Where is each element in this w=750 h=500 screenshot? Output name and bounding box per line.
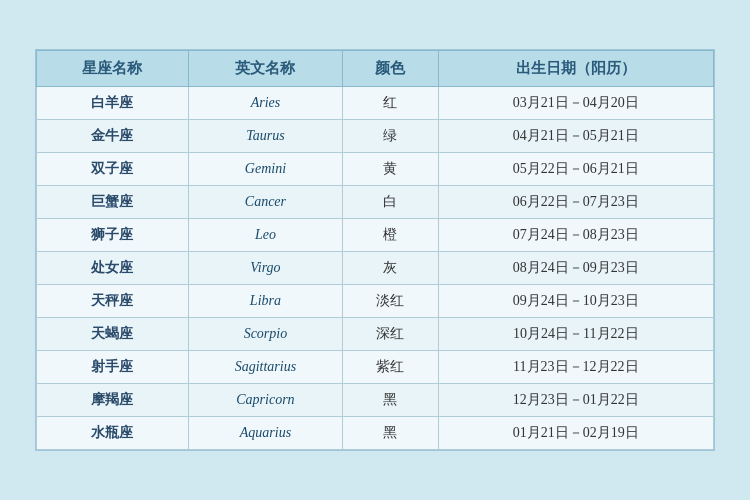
table-row: 水瓶座Aquarius黑01月21日－02月19日 <box>37 417 714 450</box>
cell-dates: 01月21日－02月19日 <box>438 417 713 450</box>
table-row: 狮子座Leo橙07月24日－08月23日 <box>37 219 714 252</box>
table-body: 白羊座Aries红03月21日－04月20日金牛座Taurus绿04月21日－0… <box>37 87 714 450</box>
cell-color: 黑 <box>343 417 439 450</box>
cell-chinese-name: 水瓶座 <box>37 417 189 450</box>
cell-dates: 05月22日－06月21日 <box>438 153 713 186</box>
header-color: 颜色 <box>343 51 439 87</box>
cell-color: 红 <box>343 87 439 120</box>
cell-dates: 11月23日－12月22日 <box>438 351 713 384</box>
table-row: 天蝎座Scorpio深红10月24日－11月22日 <box>37 318 714 351</box>
cell-color: 黑 <box>343 384 439 417</box>
cell-color: 绿 <box>343 120 439 153</box>
header-birthdate: 出生日期（阳历） <box>438 51 713 87</box>
header-chinese-name: 星座名称 <box>37 51 189 87</box>
header-english-name: 英文名称 <box>188 51 342 87</box>
cell-english-name: Aquarius <box>188 417 342 450</box>
cell-chinese-name: 狮子座 <box>37 219 189 252</box>
cell-dates: 09月24日－10月23日 <box>438 285 713 318</box>
cell-chinese-name: 天蝎座 <box>37 318 189 351</box>
cell-english-name: Leo <box>188 219 342 252</box>
cell-dates: 08月24日－09月23日 <box>438 252 713 285</box>
cell-color: 淡红 <box>343 285 439 318</box>
cell-dates: 06月22日－07月23日 <box>438 186 713 219</box>
table-row: 处女座Virgo灰08月24日－09月23日 <box>37 252 714 285</box>
cell-chinese-name: 巨蟹座 <box>37 186 189 219</box>
cell-chinese-name: 射手座 <box>37 351 189 384</box>
cell-color: 橙 <box>343 219 439 252</box>
table-row: 天秤座Libra淡红09月24日－10月23日 <box>37 285 714 318</box>
cell-english-name: Capricorn <box>188 384 342 417</box>
cell-english-name: Scorpio <box>188 318 342 351</box>
cell-dates: 03月21日－04月20日 <box>438 87 713 120</box>
cell-color: 深红 <box>343 318 439 351</box>
cell-dates: 07月24日－08月23日 <box>438 219 713 252</box>
cell-english-name: Virgo <box>188 252 342 285</box>
zodiac-table: 星座名称 英文名称 颜色 出生日期（阳历） 白羊座Aries红03月21日－04… <box>36 50 714 450</box>
cell-chinese-name: 白羊座 <box>37 87 189 120</box>
zodiac-table-container: 星座名称 英文名称 颜色 出生日期（阳历） 白羊座Aries红03月21日－04… <box>35 49 715 451</box>
cell-chinese-name: 金牛座 <box>37 120 189 153</box>
cell-english-name: Aries <box>188 87 342 120</box>
cell-color: 紫红 <box>343 351 439 384</box>
table-row: 巨蟹座Cancer白06月22日－07月23日 <box>37 186 714 219</box>
table-row: 双子座Gemini黄05月22日－06月21日 <box>37 153 714 186</box>
cell-chinese-name: 摩羯座 <box>37 384 189 417</box>
cell-dates: 10月24日－11月22日 <box>438 318 713 351</box>
cell-dates: 12月23日－01月22日 <box>438 384 713 417</box>
cell-english-name: Gemini <box>188 153 342 186</box>
table-row: 摩羯座Capricorn黑12月23日－01月22日 <box>37 384 714 417</box>
cell-dates: 04月21日－05月21日 <box>438 120 713 153</box>
table-row: 白羊座Aries红03月21日－04月20日 <box>37 87 714 120</box>
cell-english-name: Sagittarius <box>188 351 342 384</box>
table-row: 金牛座Taurus绿04月21日－05月21日 <box>37 120 714 153</box>
cell-chinese-name: 双子座 <box>37 153 189 186</box>
cell-english-name: Taurus <box>188 120 342 153</box>
cell-english-name: Libra <box>188 285 342 318</box>
cell-color: 黄 <box>343 153 439 186</box>
cell-chinese-name: 天秤座 <box>37 285 189 318</box>
table-row: 射手座Sagittarius紫红11月23日－12月22日 <box>37 351 714 384</box>
cell-color: 灰 <box>343 252 439 285</box>
table-header-row: 星座名称 英文名称 颜色 出生日期（阳历） <box>37 51 714 87</box>
cell-english-name: Cancer <box>188 186 342 219</box>
cell-chinese-name: 处女座 <box>37 252 189 285</box>
cell-color: 白 <box>343 186 439 219</box>
